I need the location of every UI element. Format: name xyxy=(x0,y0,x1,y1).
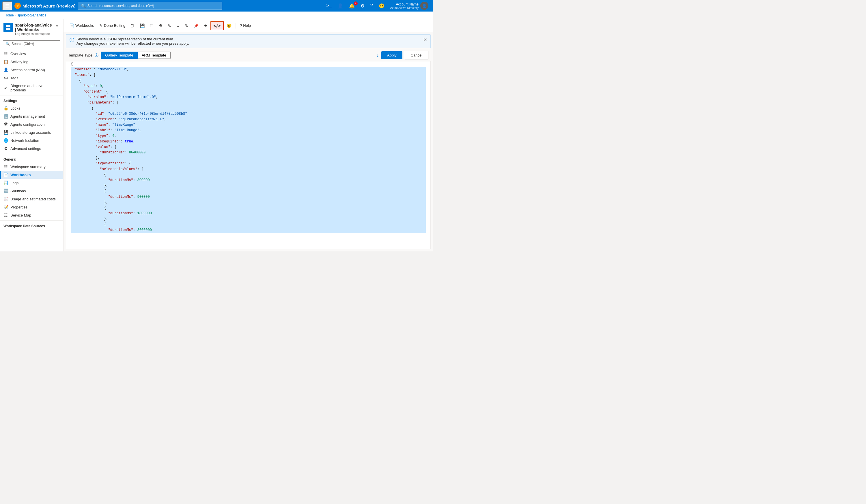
sidebar-item-tags[interactable]: 🏷 Tags xyxy=(0,74,63,82)
chevron-btn[interactable]: ⌄ xyxy=(174,22,182,30)
json-line-highlighted: { xyxy=(71,222,426,227)
settings-toolbar-btn[interactable]: ⚙ xyxy=(156,22,165,30)
json-line-highlighted: "items": [ xyxy=(71,72,426,78)
cloud-shell-btn[interactable]: >_ xyxy=(324,2,334,10)
json-line-highlighted: "type": 4, xyxy=(71,133,426,139)
info-bar-close-btn[interactable]: ✕ xyxy=(423,37,427,42)
sidebar-item-properties[interactable]: 📝 Properties xyxy=(0,203,63,211)
svg-rect-2 xyxy=(6,28,8,30)
save-as-icon: 🗍 xyxy=(131,23,134,28)
json-line-highlighted: "content": { xyxy=(71,89,426,94)
settings-btn[interactable]: ⚙ xyxy=(358,2,367,10)
template-type-row: Template Type ⓘ Gallery Template ARM Tem… xyxy=(64,48,433,61)
portal-feedback-btn[interactable]: 👤 xyxy=(335,2,345,10)
azure-icon: ⚡ xyxy=(14,3,21,9)
done-editing-btn[interactable]: ✎ Done Editing xyxy=(97,22,127,30)
topbar-actions: >_ 👤 🔔 7 ⚙ ? 🙂 Account Name Azure Active… xyxy=(324,1,431,11)
sidebar-collapse-btn[interactable]: « xyxy=(55,23,59,29)
sidebar-item-diagnose[interactable]: ✔ Diagnose and solve problems xyxy=(0,82,63,94)
sidebar-item-locks[interactable]: 🔒 Locks xyxy=(0,104,63,112)
storage-icon: 💾 xyxy=(3,130,8,135)
template-type-info-icon[interactable]: ⓘ xyxy=(95,53,98,58)
sidebar-item-label: Usage and estimated costs xyxy=(10,197,56,201)
sidebar-item-agents-config[interactable]: 🛠 Agents configuration xyxy=(0,120,63,128)
sidebar-item-label: Network Isolation xyxy=(10,138,39,143)
json-line-highlighted: { xyxy=(71,172,426,177)
code-editor-btn[interactable]: </> xyxy=(210,21,223,30)
notifications-btn[interactable]: 🔔 7 xyxy=(347,2,357,10)
advanced-icon: ⚙ xyxy=(3,146,8,151)
sidebar-item-linked-storage[interactable]: 💾 Linked storage accounts xyxy=(0,128,63,136)
lock-icon: 🔒 xyxy=(3,106,8,111)
json-line-highlighted: }, xyxy=(71,156,426,161)
tag-icon: 🏷 xyxy=(3,76,8,80)
sidebar-item-overview[interactable]: ☷ Overview xyxy=(0,49,63,58)
json-line-highlighted: { xyxy=(71,106,426,111)
account-menu[interactable]: Account Name Azure Active Directory 👤 xyxy=(388,1,431,11)
sidebar-search-container: 🔍 Search (Ctrl+/) xyxy=(0,38,63,49)
emoji-btn[interactable]: 🙂 xyxy=(224,22,234,30)
sidebar-item-label: Agents management xyxy=(10,114,45,118)
json-line-highlighted: "value": { xyxy=(71,145,426,150)
breadcrumb-current[interactable]: spark-log-analytics xyxy=(17,13,46,17)
json-line-highlighted: "type": 9, xyxy=(71,84,426,89)
template-type-label: Template Type xyxy=(68,53,92,57)
pin-btn[interactable]: 📌 xyxy=(191,22,201,30)
search-icon: 🔍 xyxy=(81,4,86,8)
save-icon: 💾 xyxy=(140,23,145,28)
sidebar-item-network-isolation[interactable]: 🌐 Network Isolation xyxy=(0,136,63,145)
svg-rect-0 xyxy=(6,25,8,27)
json-line-highlighted: "parameters": [ xyxy=(71,100,426,105)
sidebar-item-service-map[interactable]: ☷ Service Map xyxy=(0,211,63,219)
edit-btn[interactable]: ✎ xyxy=(165,22,174,30)
refresh-btn[interactable]: ↻ xyxy=(183,22,191,30)
properties-icon: 📝 xyxy=(3,205,8,209)
info-icon: ⓘ xyxy=(69,37,74,43)
help-btn[interactable]: ? Help xyxy=(237,22,254,30)
help-btn[interactable]: ? xyxy=(368,2,375,10)
sidebar-search-input[interactable]: 🔍 Search (Ctrl+/) xyxy=(3,41,60,47)
json-line-highlighted: }, xyxy=(71,183,426,188)
agents-icon: 🔢 xyxy=(3,114,8,118)
sidebar-item-iam[interactable]: 👤 Access control (IAM) xyxy=(0,66,63,74)
diagnose-icon: ✔ xyxy=(3,85,8,90)
sidebar-section-datasources: Workspace Data Sources xyxy=(0,222,63,229)
save-btn[interactable]: 💾 xyxy=(137,22,147,30)
sidebar-item-workbooks[interactable]: 📄 Workbooks xyxy=(0,171,63,179)
json-line-highlighted: { xyxy=(71,205,426,211)
json-panel: ⓘ Shown below is a JSON representation o… xyxy=(64,32,433,251)
emoji-icon: 🙂 xyxy=(226,23,232,28)
sidebar-item-logs[interactable]: 📊 Logs xyxy=(0,179,63,187)
arm-template-tab[interactable]: ARM Template xyxy=(138,51,170,59)
breadcrumb-home[interactable]: Home xyxy=(4,13,14,17)
json-line-highlighted: { xyxy=(71,188,426,194)
sidebar-item-label: Linked storage accounts xyxy=(10,130,51,135)
apply-button[interactable]: Apply xyxy=(381,51,402,59)
json-line: { xyxy=(71,61,426,67)
global-search[interactable]: 🔍 Search resources, services, and docs (… xyxy=(78,2,222,10)
sidebar-item-agents-management[interactable]: 🔢 Agents management xyxy=(0,112,63,120)
download-btn[interactable]: ↓ xyxy=(376,52,379,58)
cancel-button[interactable]: Cancel xyxy=(405,51,429,59)
summary-icon: ☷ xyxy=(3,164,8,169)
gallery-template-tab[interactable]: Gallery Template xyxy=(101,51,137,59)
sidebar-item-label: Activity log xyxy=(10,60,28,64)
star-btn[interactable]: ★ xyxy=(201,22,210,30)
search-icon: 🔍 xyxy=(5,42,10,46)
edit-icon: ✎ xyxy=(168,23,171,28)
sidebar-item-label: Solutions xyxy=(10,189,26,193)
copy-btn[interactable]: ❐ xyxy=(147,22,156,30)
refresh-icon: ↻ xyxy=(185,23,189,28)
json-line-highlighted: "version": "KqlParameterItem/1.0", xyxy=(71,117,426,122)
save-as-btn[interactable]: 🗍 xyxy=(128,22,137,30)
workbooks-toolbar-btn[interactable]: 📄 Workbooks xyxy=(67,22,97,30)
sidebar-item-activity-log[interactable]: 📋 Activity log xyxy=(0,58,63,66)
json-editor[interactable]: { "version": "Notebook/1.0", "items": [ … xyxy=(66,61,431,249)
feedback-btn[interactable]: 🙂 xyxy=(376,2,387,10)
sidebar-item-workspace-summary[interactable]: ☷ Workspace summary xyxy=(0,163,63,171)
sidebar-item-advanced-settings[interactable]: ⚙ Advanced settings xyxy=(0,145,63,152)
json-line-highlighted: }, xyxy=(71,216,426,222)
sidebar-item-usage[interactable]: 📈 Usage and estimated costs xyxy=(0,195,63,203)
hamburger-menu[interactable]: ☰ xyxy=(2,1,12,10)
sidebar-item-solutions[interactable]: 🆕 Solutions xyxy=(0,187,63,195)
